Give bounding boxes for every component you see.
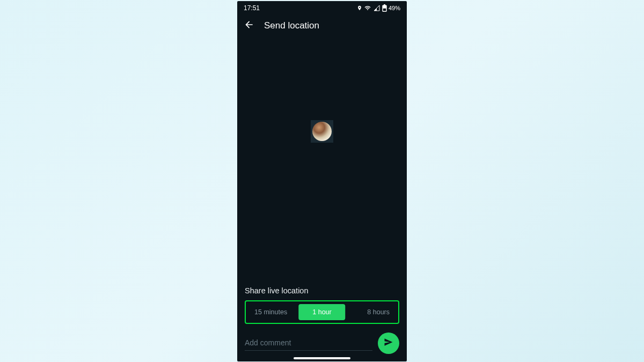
- battery-percent: 49%: [389, 5, 400, 11]
- duration-option-15min[interactable]: 15 minutes: [254, 308, 287, 316]
- comment-input[interactable]: [245, 335, 372, 351]
- avatar: [312, 122, 332, 141]
- app-bar: Send location: [237, 15, 407, 36]
- send-icon: [383, 337, 394, 349]
- bottom-panel: Share live location 15 minutes 1 hour 8 …: [237, 280, 407, 361]
- nav-pill: [294, 357, 350, 359]
- battery-icon: [382, 4, 387, 12]
- duration-option-8hours[interactable]: 8 hours: [367, 308, 390, 316]
- phone-frame: 17:51 49% Send location Share: [237, 1, 407, 361]
- status-bar: 17:51 49%: [237, 1, 407, 15]
- send-button[interactable]: [378, 333, 399, 354]
- page-title: Send location: [264, 20, 319, 31]
- location-icon: [357, 5, 362, 11]
- status-icons: 49%: [357, 4, 400, 12]
- share-live-location-label: Share live location: [245, 286, 399, 295]
- duration-option-1hour[interactable]: 1 hour: [298, 304, 345, 320]
- user-location-marker: [311, 120, 333, 143]
- status-time: 17:51: [244, 4, 260, 12]
- duration-selector: 15 minutes 1 hour 8 hours: [245, 300, 399, 324]
- back-icon[interactable]: [244, 19, 254, 32]
- signal-icon: [373, 5, 380, 11]
- wifi-icon: [364, 5, 371, 11]
- map-area[interactable]: [237, 36, 407, 280]
- comment-row: [245, 333, 399, 354]
